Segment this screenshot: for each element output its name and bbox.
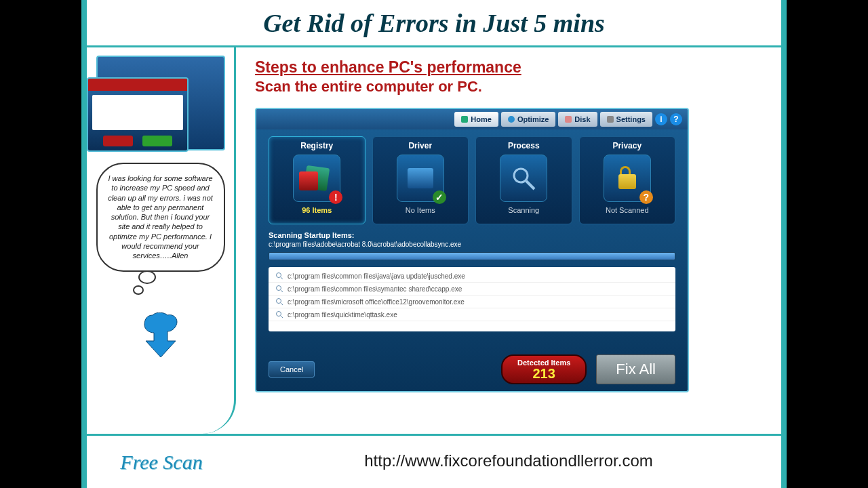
magnifier-icon (275, 310, 283, 319)
scan-progress-bar (269, 252, 675, 260)
svg-point-0 (514, 169, 528, 182)
product-thumbnail-overlay (87, 77, 189, 152)
registry-icon: ! (293, 155, 340, 202)
tab-home-label: Home (471, 115, 492, 123)
svg-point-2 (277, 273, 281, 278)
tile-privacy-title: Privacy (612, 141, 642, 150)
tile-process[interactable]: Process Scanning (475, 136, 572, 224)
tile-privacy[interactable]: Privacy ? Not Scanned (579, 136, 676, 224)
steps-title: Steps to enhance PC's performance (255, 58, 768, 77)
download-arrow-icon (140, 312, 181, 360)
tile-registry[interactable]: Registry ! 96 Items (269, 136, 366, 224)
tab-disk-label: Disk (574, 115, 590, 123)
svg-line-3 (281, 277, 283, 279)
product-thumbnail (96, 56, 225, 150)
file-path: c:\program files\common files\symantec s… (288, 285, 462, 293)
file-path: c:\program files\quicktime\qttask.exe (288, 311, 397, 319)
app-window: Home Optimize Disk Settings i ? Registry… (255, 108, 689, 392)
testimonial-bubble: I was looking for some software to incre… (96, 163, 225, 272)
footer-url[interactable]: http://www.fixcorefoundationdllerror.com (364, 451, 653, 470)
list-item: c:\program files\common files\java\java … (269, 270, 675, 283)
header: Get Rid of Errors in Just 5 mins (87, 0, 781, 47)
file-path: c:\program files\microsoft office\office… (288, 298, 465, 306)
detected-count: 213 (517, 367, 570, 380)
content-area: I was looking for some software to incre… (87, 47, 781, 434)
list-item: c:\program files\common files\symantec s… (269, 283, 675, 296)
app-bottom-bar: Cancel Detected Items 213 Fix All (256, 354, 688, 384)
help-icon[interactable]: ? (670, 113, 682, 125)
detected-items-badge: Detected Items 213 (501, 354, 587, 384)
scan-results-list: c:\program files\common files\java\java … (269, 267, 675, 331)
process-icon (500, 155, 547, 202)
tile-process-status: Scanning (508, 206, 539, 214)
svg-point-6 (277, 299, 281, 304)
alert-badge-icon: ! (329, 190, 342, 204)
tab-settings[interactable]: Settings (600, 112, 652, 127)
svg-line-5 (281, 290, 283, 292)
svg-line-1 (526, 181, 534, 189)
magnifier-icon (275, 272, 283, 280)
sidebar: I was looking for some software to incre… (87, 47, 236, 434)
svg-line-9 (281, 316, 283, 318)
tab-optimize-label: Optimize (517, 115, 549, 123)
tab-optimize[interactable]: Optimize (501, 112, 555, 127)
magnifier-icon (275, 298, 283, 306)
tile-driver[interactable]: Driver ✓ No Items (372, 136, 469, 224)
tab-home[interactable]: Home (454, 112, 498, 127)
svg-point-4 (277, 286, 281, 291)
fix-all-button[interactable]: Fix All (596, 354, 675, 384)
driver-icon: ✓ (397, 155, 444, 202)
tab-disk[interactable]: Disk (558, 112, 597, 127)
tab-bar: Home Optimize Disk Settings i ? (256, 109, 688, 129)
page-headline: Get Rid of Errors in Just 5 mins (263, 8, 605, 38)
privacy-icon: ? (604, 155, 651, 202)
tab-settings-label: Settings (616, 115, 646, 123)
info-icon[interactable]: i (655, 113, 667, 125)
scan-current-path: c:\program files\adobe\acrobat 8.0\acrob… (269, 241, 675, 248)
settings-icon (607, 116, 614, 123)
list-item: c:\program files\microsoft office\office… (269, 296, 675, 308)
category-tiles: Registry ! 96 Items Driver ✓ (256, 129, 688, 231)
tile-driver-title: Driver (408, 141, 432, 150)
steps-subtitle: Scan the entire computer or PC. (255, 78, 768, 96)
sidebar-footer: Free Scan (87, 448, 236, 474)
question-badge-icon: ? (639, 190, 653, 204)
footer: Free Scan http://www.fixcorefoundationdl… (87, 434, 781, 485)
tile-process-title: Process (508, 141, 540, 150)
scan-status: Scanning Startup Items: c:\program files… (256, 231, 688, 260)
scan-label: Scanning Startup Items: (269, 231, 675, 239)
home-icon (461, 116, 468, 123)
file-path: c:\program files\common files\java\java … (288, 272, 465, 280)
tile-registry-status: 96 Items (302, 206, 332, 214)
tile-driver-status: No Items (406, 206, 435, 214)
free-scan-cta[interactable]: Free Scan (87, 451, 236, 474)
testimonial-text: I was looking for some software to incre… (108, 174, 213, 260)
page-frame: Get Rid of Errors in Just 5 mins I was l… (81, 0, 787, 488)
tile-privacy-status: Not Scanned (606, 206, 649, 214)
optimize-icon (508, 116, 515, 123)
svg-line-7 (281, 303, 283, 305)
magnifier-icon (275, 285, 283, 293)
cancel-button[interactable]: Cancel (269, 361, 315, 378)
tile-registry-title: Registry (300, 141, 333, 150)
main-panel: Steps to enhance PC's performance Scan t… (236, 47, 781, 434)
list-item: c:\program files\quicktime\qttask.exe (269, 308, 675, 321)
check-badge-icon: ✓ (433, 190, 446, 204)
disk-icon (565, 116, 572, 123)
svg-point-8 (277, 312, 281, 317)
